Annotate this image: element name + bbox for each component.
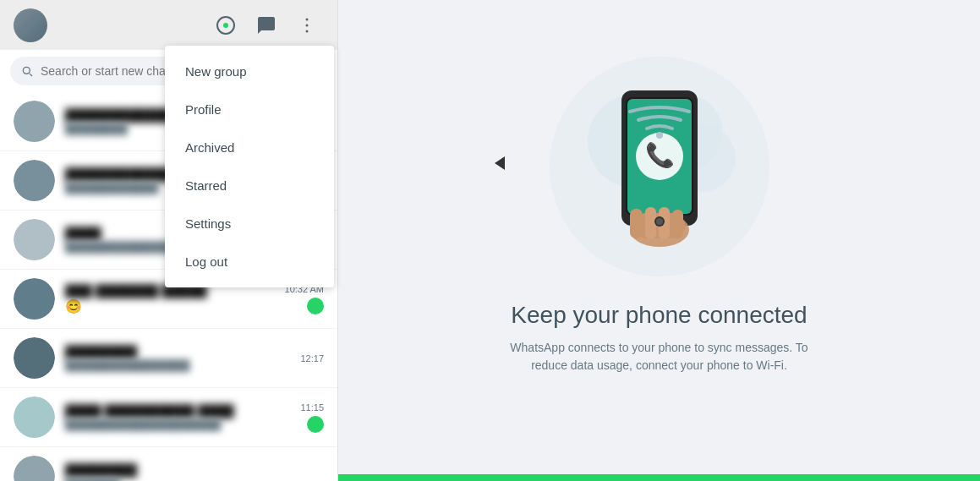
avatar-placeholder [14,101,55,142]
avatar-placeholder [14,278,55,320]
main-title: Keep your phone connected [511,302,807,329]
search-icon [20,64,34,78]
chat-avatar [14,396,55,438]
chat-name: ████████ [65,463,324,478]
more-options-button[interactable] [290,8,324,42]
main-content: 📞 Keep your phone connected Wh [499,0,820,481]
dropdown-menu: New group Profile Archived Starred Setti… [165,46,334,287]
unread-badge [307,298,324,314]
chat-preview: ████████████████████ [65,418,290,431]
status-button[interactable] [209,8,243,42]
chat-info: ████ ██████████ ████ ███████████████████… [65,404,290,431]
svg-text:📞: 📞 [644,141,674,169]
chat-item[interactable]: ████████ ████████████████ 12:17 [0,329,337,388]
svg-rect-17 [645,207,656,239]
chat-meta: 12:17 [300,353,324,363]
sidebar-header: New group Profile Archived Starred Setti… [0,0,337,50]
phone-illustration: 📞 [550,57,769,276]
chat-item[interactable]: ████████ ███████ [0,447,337,481]
chat-avatar [14,456,55,481]
svg-point-1 [223,23,228,28]
chat-info: ███ ███████ █████ 😊 [65,284,275,314]
new-chat-button[interactable] [249,8,283,42]
menu-item-starred[interactable]: Starred [165,167,334,205]
chat-time: 12:17 [300,353,324,363]
chat-preview: ████████████████ [65,359,290,372]
avatar-placeholder [14,219,55,260]
svg-point-13 [656,132,663,139]
unread-badge [307,416,324,433]
svg-rect-19 [672,210,683,238]
chat-name: ████ ██████████ ████ [65,404,290,418]
chat-item[interactable]: ████ ██████████ ████ ███████████████████… [0,388,337,447]
chat-avatar [14,278,55,320]
chat-meta: 11:15 [300,402,324,433]
svg-point-4 [306,30,309,32]
avatar-placeholder [14,456,55,481]
chat-avatar [14,101,55,142]
mouse-cursor [495,156,505,170]
chat-preview: 😊 [65,298,275,314]
svg-point-2 [306,18,309,20]
refresh-icon [216,15,236,36]
user-avatar[interactable] [14,8,47,42]
header-icons [209,8,324,42]
menu-item-new-group[interactable]: New group [165,52,334,90]
sidebar: New group Profile Archived Starred Setti… [0,0,338,481]
svg-rect-16 [630,209,643,238]
menu-item-archived[interactable]: Archived [165,128,334,167]
chat-avatar [14,337,55,379]
chat-info: ████████ ███████ [65,463,324,482]
more-vertical-icon [297,15,317,36]
chat-avatar [14,160,55,201]
avatar-placeholder [14,337,55,379]
avatar-placeholder [14,160,55,201]
chat-meta: 10:32 AM [285,284,324,314]
chat-avatar [14,219,55,260]
new-chat-icon [256,15,276,36]
main-panel: 📞 Keep your phone connected Wh [338,0,980,481]
chat-info: ████████ ████████████████ [65,345,290,372]
main-subtitle: WhatsApp connects to your phone to sync … [499,339,820,374]
bottom-bar [338,474,980,481]
chat-time: 11:15 [300,402,324,413]
svg-point-3 [306,24,309,26]
menu-item-profile[interactable]: Profile [165,90,334,128]
svg-point-21 [656,218,663,225]
phone-svg: 📞 [567,65,753,268]
chat-preview: ███████ [65,478,324,482]
chat-name: ████████ [65,345,290,359]
avatar-placeholder [14,396,55,438]
menu-item-logout[interactable]: Log out [165,243,334,281]
menu-item-settings[interactable]: Settings [165,205,334,243]
